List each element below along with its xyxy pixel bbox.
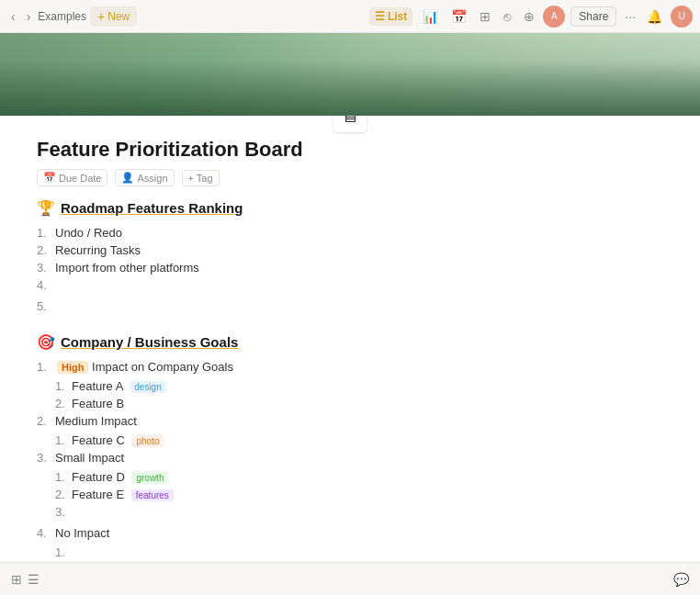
new-button[interactable]: + New	[90, 6, 137, 27]
view-tabs: ☰ List 📊 📅 ⊞ ⎋ ⊕	[369, 6, 537, 27]
business-goals-heading: 🎯 Company / Business Goals	[37, 333, 663, 351]
list-item: 2.Recurring Tasks	[37, 241, 663, 259]
list-item: 3. Small Impact	[37, 449, 663, 466]
growth-tag: growth	[131, 472, 168, 484]
list-item: 1. Feature C photo	[55, 432, 663, 449]
business-goals-section: 🎯 Company / Business Goals 1. High Impac…	[37, 333, 663, 595]
target-icon: 🎯	[37, 333, 55, 351]
chart-icon[interactable]: 📊	[420, 6, 441, 27]
list-item: 4. No Impact	[37, 524, 663, 542]
list-item: 2. Feature B	[55, 395, 663, 412]
person-icon: 👤	[121, 172, 134, 184]
high-impact-badge: High	[57, 361, 88, 374]
topbar: ‹ › Examples + New ☰ List 📊 📅 ⊞ ⎋ ⊕ A Sh…	[0, 0, 700, 33]
list-item: 5.	[37, 298, 663, 319]
topbar-right: A Share ··· 🔔 U	[543, 6, 693, 28]
more-icon[interactable]: ⊕	[521, 6, 537, 27]
avatar: A	[543, 6, 565, 28]
roadmap-section: 🏆 Roadmap Features Ranking 1.Undo / Redo…	[37, 199, 663, 319]
due-date-meta[interactable]: 📅 Due Date	[37, 169, 107, 186]
roadmap-heading-link[interactable]: Roadmap Features Ranking	[61, 200, 243, 216]
hero-trees	[0, 61, 700, 116]
table-icon[interactable]: ⊞	[477, 6, 493, 27]
list-item: 1. Feature D growth	[55, 468, 663, 486]
tab-list[interactable]: ☰ List	[369, 7, 412, 26]
chat-icon[interactable]: 💬	[673, 572, 689, 587]
page-icon-wrap: 🖥	[37, 116, 663, 132]
user-avatar: U	[671, 6, 693, 28]
list-icon: ☰	[375, 10, 385, 23]
list-item: 4.	[37, 276, 663, 298]
list-item: 1. High Impact on Company Goals	[37, 358, 663, 376]
roadmap-heading: 🏆 Roadmap Features Ranking	[37, 199, 663, 217]
plus-icon: +	[97, 9, 105, 24]
high-impact-features: 1. Feature A design 2. Feature B	[37, 377, 663, 412]
list-item: 1. Feature A design	[55, 377, 663, 395]
hero-image	[0, 33, 700, 116]
back-arrow[interactable]: ‹	[7, 7, 19, 26]
bottom-right: 💬	[673, 572, 689, 587]
assign-meta[interactable]: 👤 Assign	[115, 169, 174, 186]
meta-bar: 📅 Due Date 👤 Assign + Tag	[37, 169, 663, 186]
share-button[interactable]: Share	[570, 6, 616, 27]
trophy-icon: 🏆	[37, 199, 55, 217]
impact-groups-list: 1. High Impact on Company Goals 1. Featu…	[37, 358, 663, 582]
grid-icon[interactable]: ⊞	[11, 572, 22, 587]
forward-arrow[interactable]: ›	[23, 7, 35, 26]
list-item: 3.Import from other platforms	[37, 259, 663, 276]
list-item: 2. Medium Impact	[37, 412, 663, 430]
bottom-bar: ⊞ ☰ 💬	[0, 562, 700, 595]
notification-icon[interactable]: 🔔	[644, 6, 665, 27]
topbar-left: ‹ › Examples + New	[7, 6, 364, 27]
photo-tag: photo	[131, 435, 164, 447]
bottom-left: ⊞ ☰	[11, 572, 40, 587]
list-item: 3.	[55, 503, 663, 524]
list-bottom-icon[interactable]: ☰	[28, 572, 40, 587]
medium-impact-features: 1. Feature C photo	[37, 432, 663, 449]
calendar-meta-icon: 📅	[43, 172, 56, 184]
page-title: Feature Prioritization Board	[37, 138, 663, 162]
page-icon: 🖥	[333, 116, 367, 132]
design-tag: design	[130, 381, 165, 393]
add-tag-meta[interactable]: + Tag	[182, 170, 220, 186]
roadmap-list: 1.Undo / Redo 2.Recurring Tasks 3.Import…	[37, 224, 663, 319]
list-item: 2. Feature E features	[55, 486, 663, 503]
content-area: 🖥 Feature Prioritization Board 📅 Due Dat…	[0, 116, 700, 595]
more-options-icon[interactable]: ···	[622, 6, 638, 27]
list-item: 1.Undo / Redo	[37, 224, 663, 241]
share-icon[interactable]: ⎋	[501, 6, 514, 27]
business-goals-link[interactable]: Company / Business Goals	[61, 334, 238, 350]
small-impact-features: 1. Feature D growth 2. Feature E feature…	[37, 468, 663, 524]
breadcrumb: Examples	[38, 10, 86, 23]
calendar-icon[interactable]: 📅	[448, 6, 469, 27]
features-tag: features	[131, 489, 174, 501]
